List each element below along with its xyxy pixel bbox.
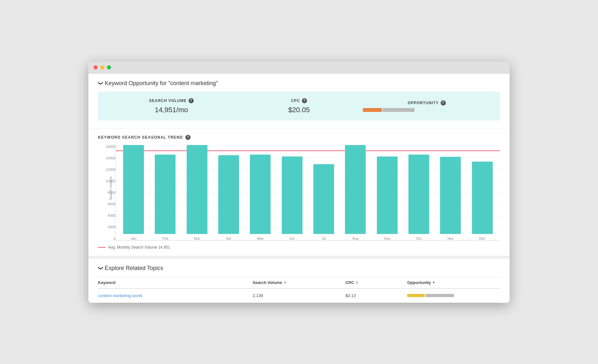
related-section-title: Explore Related Topics bbox=[105, 265, 163, 272]
bar-group-jan: Jan bbox=[118, 145, 149, 240]
bar-group-aug: Aug bbox=[340, 145, 370, 240]
bar-label-jun: Jun bbox=[289, 237, 295, 240]
bar-group-jul: Jul bbox=[309, 145, 339, 240]
bar-label-apr: Apr bbox=[226, 237, 231, 240]
bar-group-nov: Nov bbox=[435, 145, 466, 240]
y-label-10000: 10000 bbox=[100, 179, 116, 183]
section-header: ❮ Keyword Opportunity for "content marke… bbox=[98, 80, 500, 87]
opportunity-bar bbox=[363, 108, 490, 112]
bar-group-may: May bbox=[245, 145, 275, 240]
bar-group-feb: Feb bbox=[150, 145, 180, 240]
y-axis-title: Search Volume bbox=[109, 176, 113, 200]
section-divider bbox=[88, 256, 510, 258]
opportunity-filled-bar bbox=[363, 108, 382, 112]
row-opp-empty bbox=[425, 294, 454, 297]
th-search-volume[interactable]: Search Volume ⇕ bbox=[253, 280, 346, 285]
td-cpc: $3.13 bbox=[345, 293, 407, 298]
search-volume-help-icon[interactable]: ? bbox=[189, 98, 194, 103]
bar-label-jul: Jul bbox=[322, 237, 326, 240]
cpc-col: CPC ? $20.05 bbox=[235, 98, 363, 114]
bar-aug bbox=[345, 145, 366, 234]
y-label-4000: 4000 bbox=[100, 214, 116, 217]
table-row: content marketing world 2,139 $3.13 bbox=[98, 289, 500, 303]
cpc-help-icon[interactable]: ? bbox=[302, 98, 307, 103]
td-opportunity bbox=[407, 294, 500, 297]
bar-label-aug: Aug bbox=[352, 237, 359, 240]
bar-nov bbox=[440, 157, 461, 234]
opportunity-col: OPPORTUNITY ? bbox=[363, 100, 490, 112]
bar-group-apr: Apr bbox=[213, 145, 244, 240]
chart-wrapper: 0 2000 4000 6000 8000 10000 12000 14000 … bbox=[116, 145, 500, 241]
td-volume: 2,139 bbox=[253, 293, 346, 298]
y-label-14000: 14000 bbox=[100, 157, 116, 160]
bar-label-mar: Mar bbox=[194, 237, 200, 240]
th-opportunity[interactable]: Opportunity ▼ bbox=[407, 280, 500, 285]
cpc-value: $20.05 bbox=[235, 106, 363, 114]
bar-mar bbox=[187, 145, 207, 234]
chart-section: KEYWORD SEARCH SEASONAL TREND ? 0 2000 4… bbox=[88, 128, 510, 256]
bar-label-dec: Dec bbox=[479, 237, 485, 240]
sort-opp-icon: ▼ bbox=[432, 281, 436, 284]
bar-group-dec: Dec bbox=[467, 145, 497, 240]
opportunity-label: OPPORTUNITY ? bbox=[363, 100, 490, 106]
chart-legend: Avg. Monthly Search Volume 14,951 bbox=[98, 245, 500, 253]
search-volume-col: SEARCH VOLUME ? 14,951/mo bbox=[108, 98, 235, 114]
y-axis: 0 2000 4000 6000 8000 10000 12000 14000 … bbox=[100, 145, 116, 241]
minimize-button[interactable] bbox=[100, 65, 104, 69]
main-content: ❮ Keyword Opportunity for "content marke… bbox=[88, 74, 510, 303]
opportunity-help-icon[interactable]: ? bbox=[441, 100, 446, 106]
bar-label-jan: Jan bbox=[131, 237, 137, 240]
bar-dec bbox=[472, 162, 493, 234]
opportunity-empty-bar bbox=[383, 108, 415, 112]
bar-label-nov: Nov bbox=[447, 237, 454, 240]
related-table: Keyword Search Volume ⇕ CPC ⇕ Opportunit… bbox=[98, 277, 500, 303]
sort-volume-icon: ⇕ bbox=[284, 281, 286, 284]
search-volume-value: 14,951/mo bbox=[108, 106, 235, 114]
chevron-down-icon[interactable]: ❮ bbox=[97, 81, 103, 85]
titlebar bbox=[88, 62, 510, 74]
app-window: ❮ Keyword Opportunity for "content marke… bbox=[88, 62, 510, 303]
close-button[interactable] bbox=[93, 65, 98, 69]
search-volume-label: SEARCH VOLUME ? bbox=[108, 98, 235, 103]
bar-label-sep: Sep bbox=[384, 237, 391, 240]
bar-jun bbox=[282, 157, 303, 234]
keyword-link[interactable]: content marketing world bbox=[98, 293, 142, 298]
related-topics-section: ❮ Explore Related Topics Keyword Search … bbox=[88, 258, 510, 303]
bar-apr bbox=[218, 155, 239, 234]
chart-help-icon[interactable]: ? bbox=[185, 135, 191, 140]
maximize-button[interactable] bbox=[107, 65, 111, 69]
bars-container: JanFebMarAprMayJunJulAugSepOctNovDec bbox=[116, 145, 500, 240]
bar-group-oct: Oct bbox=[404, 145, 434, 240]
y-label-6000: 6000 bbox=[100, 202, 116, 206]
related-chevron-icon[interactable]: ❮ bbox=[97, 266, 103, 270]
sort-cpc-icon: ⇕ bbox=[355, 281, 358, 284]
y-label-0: 0 bbox=[100, 237, 116, 241]
td-keyword: content marketing world bbox=[98, 293, 253, 298]
bar-group-jun: Jun bbox=[277, 145, 307, 240]
bar-sep bbox=[377, 157, 398, 234]
chart-inner: JanFebMarAprMayJunJulAugSepOctNovDec bbox=[116, 145, 500, 241]
bar-label-may: May bbox=[257, 237, 264, 240]
avg-legend-text: Avg. Monthly Search Volume 14,951 bbox=[108, 245, 170, 250]
bar-group-sep: Sep bbox=[372, 145, 402, 240]
row-opportunity-bar bbox=[407, 294, 500, 297]
th-keyword: Keyword bbox=[98, 280, 253, 285]
table-header: Keyword Search Volume ⇕ CPC ⇕ Opportunit… bbox=[98, 277, 500, 289]
row-opp-filled bbox=[407, 294, 425, 297]
chart-title: KEYWORD SEARCH SEASONAL TREND bbox=[98, 135, 183, 140]
th-cpc[interactable]: CPC ⇕ bbox=[345, 280, 407, 285]
bar-may bbox=[250, 155, 271, 234]
bar-oct bbox=[408, 155, 429, 234]
chart-title-row: KEYWORD SEARCH SEASONAL TREND ? bbox=[98, 135, 500, 140]
keyword-opportunity-section: ❮ Keyword Opportunity for "content marke… bbox=[88, 74, 510, 128]
y-label-12000: 12000 bbox=[100, 168, 116, 171]
cpc-label: CPC ? bbox=[235, 98, 363, 103]
y-label-16000: 16000 bbox=[100, 145, 116, 149]
bar-label-oct: Oct bbox=[416, 237, 422, 240]
y-label-2000: 2000 bbox=[100, 225, 116, 229]
info-box: SEARCH VOLUME ? 14,951/mo CPC ? $20.05 O… bbox=[98, 92, 500, 120]
bar-jul bbox=[313, 164, 334, 234]
y-label-8000: 8000 bbox=[100, 191, 116, 194]
section-title: Keyword Opportunity for "content marketi… bbox=[105, 80, 218, 87]
related-header: ❮ Explore Related Topics bbox=[98, 265, 500, 272]
